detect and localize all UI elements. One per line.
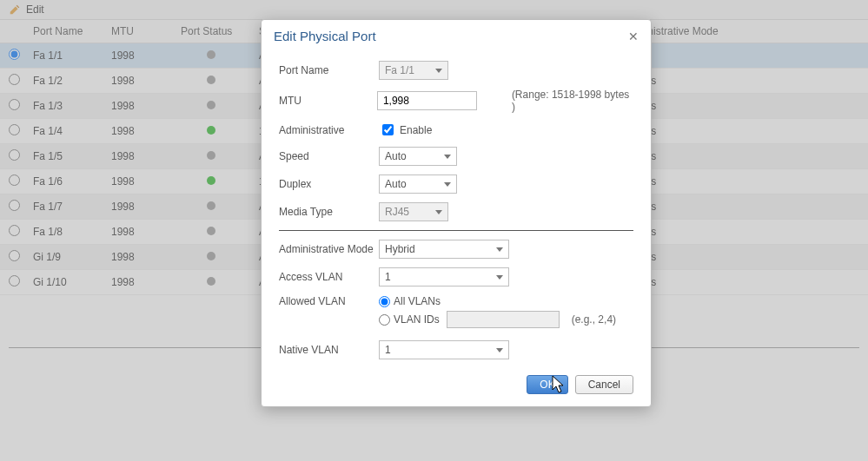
cell-admin-mode: access	[615, 270, 868, 295]
cell-admin-mode: access	[615, 144, 868, 169]
col-mtu: MTU	[103, 20, 172, 43]
enable-checkbox[interactable]	[382, 124, 394, 135]
cell-status	[172, 119, 250, 144]
port-name-select[interactable]: Fa 1/1	[379, 61, 448, 80]
cell-admin-mode: access	[615, 69, 868, 94]
row-radio[interactable]	[9, 250, 20, 261]
vlan-ids-hint: (e.g., 2,4)	[572, 313, 616, 326]
cell-port-name: Fa 1/8	[24, 220, 103, 245]
cell-admin-mode: access	[615, 194, 868, 220]
media-type-select[interactable]: RJ45	[379, 202, 448, 221]
label-native-vlan: Native VLAN	[279, 344, 379, 356]
status-dot-icon	[207, 277, 215, 286]
cell-port-name: Fa 1/5	[24, 144, 103, 169]
chevron-down-icon	[444, 182, 451, 187]
native-vlan-select[interactable]: 1	[379, 340, 509, 359]
row-radio[interactable]	[9, 124, 20, 135]
cell-port-name: Gi 1/10	[24, 270, 103, 295]
cell-admin-mode: access	[615, 169, 868, 194]
admin-mode-select[interactable]: Hybrid	[379, 240, 509, 259]
row-radio[interactable]	[9, 225, 20, 236]
cell-status	[172, 220, 250, 245]
cell-status	[172, 94, 250, 119]
label-allowed-vlan: Allowed VLAN	[279, 295, 379, 307]
cell-status	[172, 245, 250, 270]
cell-admin-mode: access	[615, 94, 868, 119]
chevron-down-icon	[435, 210, 442, 214]
edit-label[interactable]: Edit	[26, 3, 44, 16]
cell-port-name: Fa 1/7	[24, 194, 103, 220]
cell-admin-mode: access	[615, 245, 868, 270]
cell-admin-mode: hybrid	[615, 43, 868, 69]
edit-toolbar: Edit	[0, 0, 868, 20]
cell-status	[172, 43, 250, 69]
cell-status	[172, 169, 250, 194]
allowed-vlan-all-radio[interactable]	[379, 296, 390, 307]
chevron-down-icon	[435, 69, 442, 73]
cell-mtu: 1998	[103, 245, 172, 270]
dialog-title: Edit Physical Port	[274, 29, 376, 43]
chevron-down-icon	[496, 348, 503, 352]
label-access-vlan: Access VLAN	[279, 271, 379, 283]
cell-admin-mode: access	[615, 220, 868, 245]
status-dot-icon	[207, 50, 215, 59]
chevron-down-icon	[496, 247, 503, 252]
close-icon[interactable]: ✕	[628, 30, 639, 43]
speed-select[interactable]: Auto	[379, 147, 457, 166]
cell-port-name: Fa 1/2	[24, 69, 103, 94]
chevron-down-icon	[496, 275, 503, 280]
cell-port-name: Fa 1/3	[24, 94, 103, 119]
allowed-vlan-all-label: All VLANs	[394, 295, 441, 307]
status-dot-icon	[207, 101, 215, 109]
row-radio[interactable]	[9, 175, 20, 186]
row-radio[interactable]	[9, 149, 20, 161]
vlan-ids-input[interactable]	[447, 311, 560, 328]
cell-port-name: Fa 1/4	[24, 119, 103, 144]
row-radio[interactable]	[9, 275, 20, 286]
cell-admin-mode: access	[615, 119, 868, 144]
status-dot-icon	[207, 176, 215, 185]
cell-mtu: 1998	[103, 94, 172, 119]
label-speed: Speed	[279, 150, 379, 162]
row-radio[interactable]	[9, 49, 20, 60]
cell-mtu: 1998	[103, 270, 172, 295]
ok-button[interactable]: OK	[527, 375, 567, 394]
status-dot-icon	[207, 151, 215, 160]
status-dot-icon	[207, 76, 215, 84]
label-mtu: MTU	[279, 95, 377, 107]
cell-status	[172, 194, 250, 220]
enable-label: Enable	[400, 124, 432, 136]
row-radio[interactable]	[9, 200, 20, 211]
cell-mtu: 1998	[103, 69, 172, 94]
cancel-button[interactable]: Cancel	[575, 375, 633, 394]
label-admin-mode: Administrative Mode	[279, 243, 379, 255]
edit-physical-port-dialog: Edit Physical Port ✕ Port Name Fa 1/1 MT…	[261, 19, 652, 407]
row-radio[interactable]	[9, 99, 20, 110]
cell-mtu: 1998	[103, 144, 172, 169]
label-media-type: Media Type	[279, 206, 379, 218]
status-dot-icon	[207, 201, 215, 210]
allowed-vlan-ids-radio[interactable]	[379, 314, 390, 326]
label-duplex: Duplex	[279, 178, 379, 190]
label-port-name: Port Name	[279, 64, 379, 76]
cell-port-name: Fa 1/1	[24, 43, 103, 69]
mtu-input[interactable]	[377, 91, 477, 110]
access-vlan-select[interactable]: 1	[379, 267, 509, 286]
cell-mtu: 1998	[103, 194, 172, 220]
label-administrative: Administrative	[279, 124, 379, 136]
row-radio[interactable]	[9, 74, 20, 85]
status-dot-icon	[207, 252, 215, 260]
cell-mtu: 1998	[103, 169, 172, 194]
cell-port-name: Fa 1/6	[24, 169, 103, 194]
cell-status	[172, 69, 250, 94]
cell-port-name: Gi 1/9	[24, 245, 103, 270]
cell-mtu: 1998	[103, 220, 172, 245]
cell-status	[172, 270, 250, 295]
mtu-hint: (Range: 1518-1998 bytes )	[512, 89, 633, 113]
cell-mtu: 1998	[103, 43, 172, 69]
divider	[279, 230, 633, 231]
duplex-select[interactable]: Auto	[379, 175, 457, 194]
col-port-name: Port Name	[24, 20, 103, 43]
col-port-status: Port Status	[172, 20, 250, 43]
chevron-down-icon	[444, 155, 451, 159]
